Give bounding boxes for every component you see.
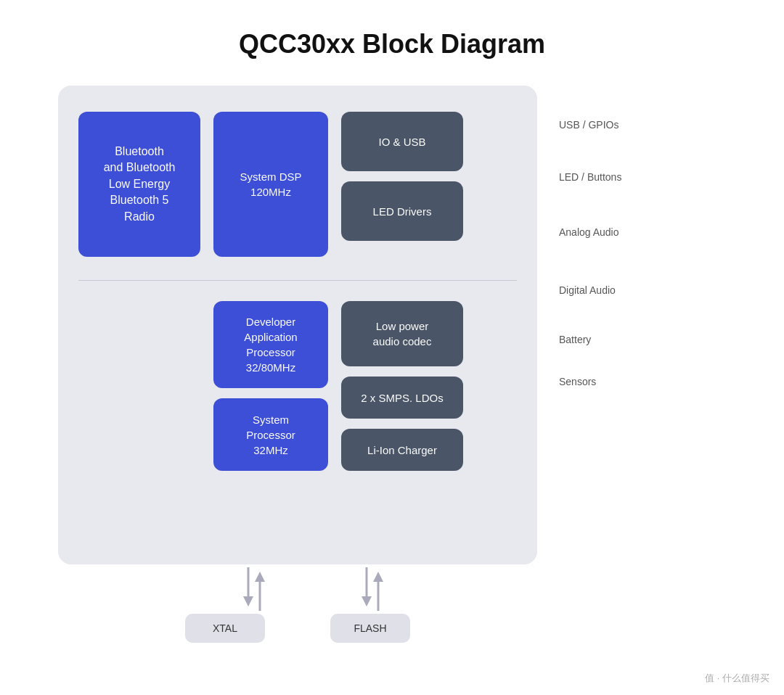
label-usb-gpios: USB / GPIOs (559, 119, 726, 131)
chip-top-row: Bluetooth and Bluetooth Low Energy Bluet… (78, 112, 517, 257)
label-battery: Battery (559, 334, 726, 345)
watermark: 值 · 什么值得买 (705, 672, 769, 685)
left-spacer (78, 301, 200, 471)
chip-box: Bluetooth and Bluetooth Low Energy Bluet… (58, 86, 537, 564)
dsp-block: System DSP 120MHz (213, 112, 328, 257)
labels-panel: USB / GPIOs LED / Buttons Analog Audio D… (537, 86, 726, 665)
smps-block: 2 x SMPS. LDOs (341, 377, 463, 419)
dev-app-block: Developer Application Processor 32/80MHz (213, 301, 328, 388)
diagram-area: Bluetooth and Bluetooth Low Energy Bluet… (58, 86, 726, 665)
bluetooth-block: Bluetooth and Bluetooth Low Energy Bluet… (78, 112, 200, 257)
connector-area: XTAL FLASH (58, 564, 537, 665)
svg-marker-1 (243, 596, 253, 606)
led-drivers-block: LED Drivers (341, 181, 463, 241)
label-led-buttons: LED / Buttons (559, 171, 726, 183)
right-bottom-group: Low power audio codec 2 x SMPS. LDOs Li-… (341, 301, 463, 471)
sys-proc-block: System Processor 32MHz (213, 398, 328, 471)
chip-divider (78, 280, 517, 281)
xtal-box: XTAL (185, 614, 265, 643)
label-sensors: Sensors (559, 376, 726, 387)
low-power-block: Low power audio codec (341, 301, 463, 366)
io-usb-block: IO & USB (341, 112, 463, 171)
chip-container: Bluetooth and Bluetooth Low Energy Bluet… (58, 86, 537, 665)
processor-group: Developer Application Processor 32/80MHz… (213, 301, 328, 471)
svg-marker-5 (362, 596, 372, 606)
liion-block: Li-Ion Charger (341, 429, 463, 471)
svg-marker-3 (255, 572, 265, 582)
arrows-svg (58, 564, 537, 614)
ext-boxes-row: XTAL FLASH (185, 614, 410, 665)
svg-marker-7 (373, 572, 383, 582)
page-wrapper: QCC30xx Block Diagram Bluetooth and Blue… (0, 0, 784, 695)
io-usb-group: IO & USB LED Drivers (341, 112, 463, 257)
page-title: QCC30xx Block Diagram (239, 29, 545, 59)
label-digital-audio: Digital Audio (559, 284, 726, 296)
label-analog-audio: Analog Audio (559, 226, 726, 238)
flash-box: FLASH (330, 614, 410, 643)
chip-bottom-row: Developer Application Processor 32/80MHz… (78, 301, 517, 471)
